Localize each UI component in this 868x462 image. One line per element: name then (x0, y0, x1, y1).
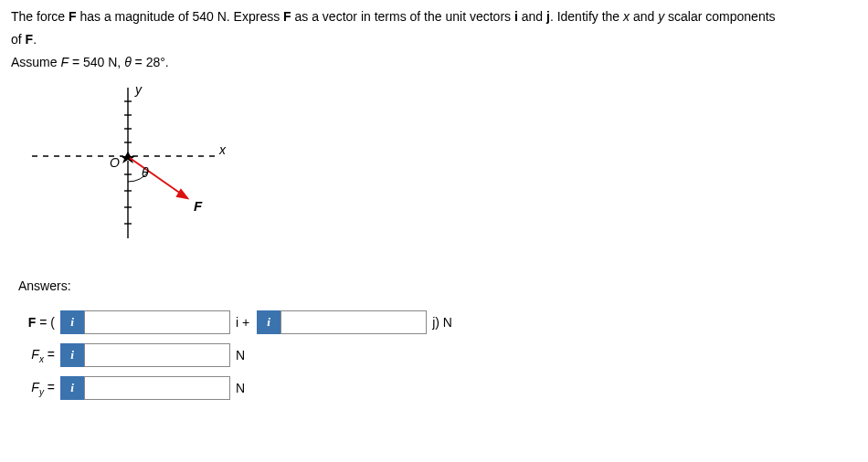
force-diagram: y x O θ F (18, 83, 857, 257)
Fx-label: Fx = (18, 347, 55, 364)
info-icon[interactable]: i (257, 310, 281, 334)
text: has a magnitude of 540 N. Express (77, 9, 283, 24)
text: = 540 N, (69, 55, 124, 69)
text: The force (11, 9, 69, 24)
text: and (518, 9, 546, 24)
theta-sym: θ (124, 55, 132, 69)
answers-heading: Answers: (18, 278, 857, 293)
x-var: x (623, 9, 630, 24)
Fy-input[interactable] (84, 376, 230, 400)
info-icon[interactable]: i (60, 310, 84, 334)
text: . (33, 32, 37, 47)
F-i-component-input[interactable] (84, 310, 230, 334)
j-close-unit: j) N (432, 315, 452, 330)
problem-statement-line2: of F. (11, 30, 857, 49)
text: and (630, 9, 658, 24)
F-vector-label: F = ( (18, 315, 55, 330)
y-axis-label: y (134, 83, 143, 97)
answer-row-Fx: Fx = i N (18, 342, 857, 368)
answer-row-F: F = ( i i + i j) N (18, 310, 857, 335)
x-axis-label: x (218, 142, 227, 157)
force-F3: F (26, 32, 34, 47)
text: of (11, 32, 26, 47)
assume-line: Assume F = 540 N, θ = 28°. (11, 53, 857, 72)
info-icon[interactable]: i (60, 376, 84, 400)
theta-label: θ (142, 165, 149, 180)
answer-row-Fy: Fy = i N (18, 375, 857, 401)
force-F: F (69, 9, 77, 24)
i-plus-text: i + (236, 315, 249, 330)
info-icon[interactable]: i (60, 343, 84, 367)
F-j-component-input[interactable] (281, 310, 427, 334)
origin-label: O (110, 155, 120, 170)
text: = 28°. (132, 55, 169, 69)
Fx-input[interactable] (84, 343, 230, 367)
assume-F: F (60, 55, 69, 69)
text: Assume (11, 55, 60, 69)
unit-N: N (236, 381, 245, 395)
Fy-label: Fy = (18, 380, 55, 397)
text: scalar components (664, 9, 775, 24)
text: . Identify the (550, 9, 623, 24)
force-F2: F (283, 9, 291, 24)
force-label: F (194, 198, 203, 214)
unit-N: N (236, 348, 245, 362)
problem-statement: The force F has a magnitude of 540 N. Ex… (11, 7, 857, 26)
text: as a vector in terms of the unit vectors (291, 9, 514, 24)
